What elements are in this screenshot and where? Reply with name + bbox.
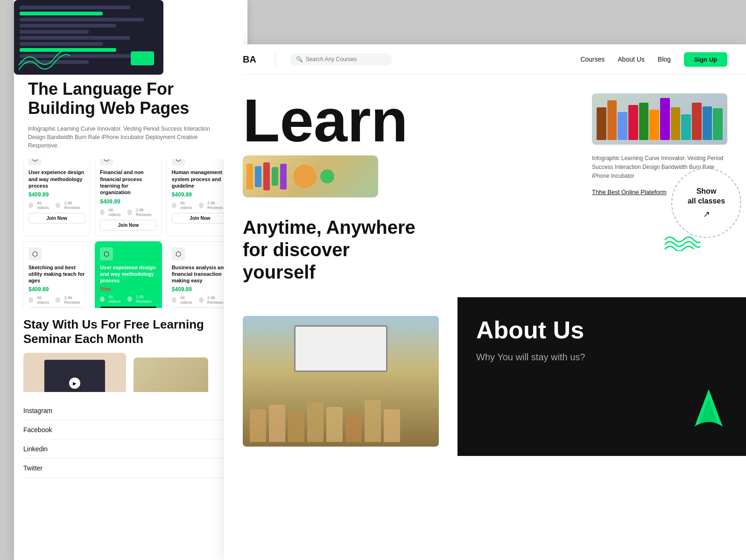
css-card-title: The Language For Building Web Pages — [28, 79, 229, 118]
hero-arts-image — [243, 155, 378, 197]
whiteboard — [294, 325, 387, 372]
supply-item — [263, 162, 270, 190]
arrow-icon: ↗ — [703, 209, 710, 219]
social-link-instagram[interactable]: Instagram — [23, 401, 233, 420]
navbar: BA 🔍 Courses About Us Blog Sign Up — [224, 44, 746, 75]
social-link-twitter[interactable]: Twitter — [23, 459, 233, 478]
course-card-2: ⬡ Financial and non financial process le… — [95, 146, 162, 236]
meta-dot — [56, 297, 60, 303]
meta-dot — [56, 203, 60, 208]
course-meta-5: 46 videos 2.8k Reviews — [100, 294, 156, 304]
nav-divider — [275, 52, 275, 66]
course-price-2: $409.89 — [100, 198, 156, 205]
left-panel: The Language For Building Web Pages Info… — [14, 0, 247, 560]
nav-link-about[interactable]: About Us — [618, 56, 645, 63]
book-spine — [681, 114, 691, 140]
book-spine — [639, 103, 649, 140]
course-price-4: $409.89 — [28, 286, 85, 293]
course-icon-4: ⬡ — [28, 247, 42, 260]
wave-icon — [663, 232, 700, 251]
code-line — [20, 24, 116, 28]
course-price-6: $409.89 — [172, 286, 228, 293]
stay-title: Stay With Us For Free Learning Seminar E… — [23, 317, 233, 346]
social-links-section: Instagram Facebook Linkedin Twitter — [14, 392, 243, 487]
paint-palette — [293, 165, 317, 188]
signup-button[interactable]: Sign Up — [684, 52, 727, 67]
code-line — [20, 18, 144, 21]
hero-title: Learn — [243, 93, 573, 148]
right-panel: BA 🔍 Courses About Us Blog Sign Up Learn — [224, 44, 746, 560]
course-meta-2: 66 videos 2.8k Reviews — [100, 208, 156, 217]
green-shape-icon — [690, 385, 727, 431]
meta-dot — [199, 297, 204, 303]
hero-images — [243, 155, 573, 197]
search-input[interactable] — [306, 56, 376, 63]
course-icon-5: ⬡ — [100, 247, 113, 260]
meta-dot — [100, 210, 105, 215]
course-icon-6: ⬡ — [172, 247, 185, 260]
students-row — [243, 400, 439, 442]
course-grid: ⬡ User expeience design and way methodol… — [23, 146, 233, 324]
join-button-3[interactable]: Join Now — [172, 213, 228, 224]
bookshelf-books — [597, 98, 723, 140]
student-4 — [307, 402, 324, 442]
free-badge: Free — [100, 286, 156, 292]
book-spine — [628, 105, 638, 140]
meta-dot — [28, 297, 33, 303]
code-line — [20, 30, 89, 34]
supply-item — [255, 166, 261, 187]
course-name-5: User expeience design and way methodolog… — [100, 264, 156, 284]
play-button[interactable]: ▶ — [69, 378, 80, 389]
search-icon: 🔍 — [296, 56, 303, 63]
course-meta-6: 46 videos 2.8k Reviews — [172, 295, 228, 305]
search-bar[interactable]: 🔍 — [289, 53, 392, 65]
about-title: About Us — [476, 316, 727, 344]
book-spine — [703, 106, 712, 140]
book-spine — [649, 110, 659, 140]
meta-dot — [127, 210, 132, 215]
classroom-container — [233, 307, 448, 447]
student-7 — [365, 400, 381, 442]
course-meta-1: 46 videos 2.8k Reviews — [28, 201, 85, 210]
best-platform-link[interactable]: Thhe Best Online Plateform — [592, 189, 667, 196]
code-line — [20, 12, 103, 15]
book-spine — [597, 107, 606, 140]
join-button-2[interactable]: Join Now — [100, 220, 156, 231]
book-spine — [671, 107, 681, 140]
student-8 — [384, 409, 400, 442]
bottom-section: About Us Why You will stay with us? — [224, 297, 746, 456]
student-5 — [326, 407, 343, 442]
about-section: About Us Why You will stay with us? — [457, 297, 746, 456]
course-meta-3: 46 videos 2.8k Reviews — [172, 201, 228, 210]
student-6 — [345, 414, 362, 442]
nav-link-blog[interactable]: Blog — [658, 56, 671, 63]
student-2 — [269, 405, 285, 442]
course-name-3: Human management system process and guid… — [172, 169, 228, 189]
hero-book-image — [592, 93, 727, 145]
code-line — [20, 6, 130, 9]
show-all-circle[interactable]: Showall classes ↗ — [671, 168, 741, 238]
book-spine — [713, 108, 723, 140]
course-card-3: ⬡ Human management system process and gu… — [167, 146, 233, 236]
social-link-facebook[interactable]: Facebook — [23, 420, 233, 440]
meta-dot — [100, 296, 105, 302]
course-name-1: User expeience design and way methodolog… — [28, 169, 85, 189]
course-meta-4: 46 videos 2.8k Reviews — [28, 295, 85, 305]
course-name-4: Sketching and best utility making teach … — [28, 264, 85, 284]
nav-link-courses[interactable]: Courses — [580, 56, 605, 63]
green-decor — [690, 385, 727, 437]
about-description: Why You will stay with us? — [476, 350, 727, 364]
course-name-6: Business analysis and financial transact… — [172, 264, 228, 284]
meta-dot — [199, 203, 204, 208]
book-spine — [607, 100, 617, 140]
meta-dot — [172, 203, 176, 208]
course-card-1: ⬡ User expeience design and way methodol… — [23, 146, 90, 236]
green-blob — [131, 51, 154, 65]
supply-item — [272, 167, 278, 186]
book-spine — [692, 103, 702, 140]
join-button-1[interactable]: Join Now — [28, 213, 85, 224]
student-3 — [288, 412, 304, 442]
book-spine — [660, 98, 670, 140]
social-link-linkedin[interactable]: Linkedin — [23, 440, 233, 459]
show-all-text: Showall classes — [688, 187, 725, 206]
